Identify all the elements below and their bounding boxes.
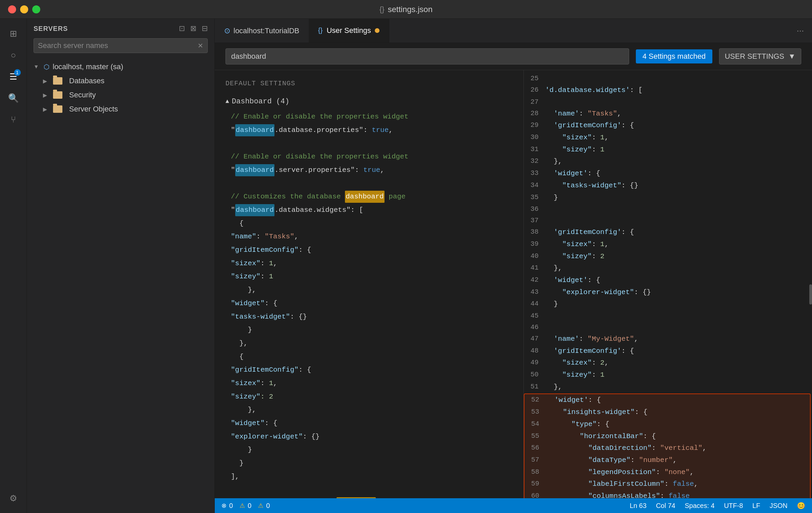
settings-matched-badge: 4 Settings matched bbox=[636, 49, 712, 63]
close-button[interactable] bbox=[8, 5, 16, 14]
code-line-explorer-widget: "explorer-widget": {} bbox=[220, 430, 518, 443]
unsaved-indicator bbox=[375, 28, 379, 33]
server-label: localhost, master (sa) bbox=[53, 62, 123, 71]
line-28: 28 'name': "Tasks", bbox=[524, 108, 812, 120]
status-warnings[interactable]: ⚠ 0 bbox=[239, 502, 251, 510]
line-39: 39 "sizex": 1, bbox=[524, 238, 812, 250]
more-tabs-button[interactable]: ··· bbox=[788, 19, 812, 43]
server-tab-label: localhost:TutorialDB bbox=[234, 27, 299, 35]
code-line-sizey-2: "sizey": 2 bbox=[220, 390, 518, 404]
search-input[interactable] bbox=[38, 41, 198, 50]
tab-bar: ⊙ localhost:TutorialDB {} User Settings … bbox=[215, 19, 812, 43]
editor-search-input[interactable] bbox=[226, 48, 629, 64]
git-icon[interactable]: ⑂ bbox=[4, 110, 23, 129]
line-43: 43 "explorer-widget": {} bbox=[524, 287, 812, 298]
status-line[interactable]: Ln 63 bbox=[630, 502, 646, 510]
tree-arrow-server: ▼ bbox=[34, 64, 40, 70]
scrollbar-thumb[interactable] bbox=[809, 285, 812, 304]
minimize-button[interactable] bbox=[20, 5, 28, 14]
section-header-dashboard[interactable]: ▲ Dashboard (4) bbox=[215, 93, 523, 110]
line-42: 42 'widget': { bbox=[524, 274, 812, 287]
editor-content: DEFAULT SETTINGS ▲ Dashboard (4) // Enab… bbox=[215, 70, 812, 498]
code-line-close-item-2: } bbox=[220, 457, 518, 470]
code-line-name-tasks: "name": "Tasks", bbox=[220, 230, 518, 243]
line-48: 48 'gridItemConfig': { bbox=[524, 345, 812, 357]
activity-bar: ⊞ ○ ☰ 1 🔍 ⑂ ⚙ bbox=[0, 19, 27, 513]
code-line-close-array-1: ], bbox=[220, 470, 518, 483]
line-44: 44 } bbox=[524, 298, 812, 310]
server-tab[interactable]: ⊙ localhost:TutorialDB bbox=[215, 19, 309, 43]
editor-right: 25 26 'd.database.widgets': [ 27 28 'nam… bbox=[523, 70, 812, 498]
tree-arrow-databases: ▶ bbox=[43, 78, 50, 84]
status-spaces[interactable]: Spaces: 4 bbox=[685, 502, 715, 510]
new-query-button[interactable]: ⊡ bbox=[179, 24, 185, 33]
editor-search-bar: 4 Settings matched USER SETTINGS ▼ bbox=[215, 43, 812, 70]
folder-icon-databases bbox=[53, 77, 62, 85]
servers-icon[interactable]: ⊞ bbox=[4, 24, 23, 43]
code-comment-3: // Customizes the database dashboard pag… bbox=[220, 190, 518, 204]
settings-dropdown[interactable]: USER SETTINGS ▼ bbox=[719, 48, 801, 64]
section-arrow-icon: ▲ bbox=[226, 97, 229, 106]
line-53: 53 "insights-widget": { bbox=[524, 406, 810, 418]
connections-icon[interactable]: ○ bbox=[4, 46, 23, 64]
code-line-close-item-1: }, bbox=[220, 337, 518, 350]
code-line-sizex-1: "sizex": 1, bbox=[220, 257, 518, 270]
line-58: 58 "legendPosition": "none", bbox=[524, 466, 810, 479]
code-blank-3 bbox=[220, 483, 518, 496]
code-line-sizey-1: "sizey": 1 bbox=[220, 270, 518, 284]
tree-arrow-server-objects: ▶ bbox=[43, 106, 50, 112]
settings-icon[interactable]: ⚙ bbox=[4, 489, 23, 508]
editor-tab-user-settings[interactable]: {} User Settings bbox=[309, 19, 389, 43]
explorer-icon[interactable]: ☰ 1 bbox=[4, 67, 23, 86]
status-info[interactable]: ⚠ 0 bbox=[258, 502, 270, 510]
line-33: 33 'widget': { bbox=[524, 167, 812, 180]
code-block-left: // Enable or disable the properties widg… bbox=[215, 110, 523, 498]
line-55: 55 "horizontalBar": { bbox=[524, 430, 810, 442]
info-icon: ⚠ bbox=[258, 502, 263, 509]
status-line-ending[interactable]: LF bbox=[752, 502, 760, 510]
section-label: Dashboard (4) bbox=[232, 96, 290, 107]
clear-search-button[interactable]: ✕ bbox=[198, 42, 203, 50]
search-icon[interactable]: 🔍 bbox=[4, 89, 23, 107]
code-line-db-widgets: "dashboard.database.widgets": [ bbox=[220, 204, 518, 217]
line-26: 26 'd.database.widgets': [ bbox=[524, 84, 812, 96]
server-objects-label: Server Objects bbox=[69, 105, 118, 113]
line-25: 25 bbox=[524, 73, 812, 84]
default-settings-label: DEFAULT SETTINGS bbox=[215, 76, 523, 93]
maximize-button[interactable] bbox=[32, 5, 40, 14]
code-blank-2 bbox=[220, 177, 518, 190]
code-line-gridconfig-1: "gridItemConfig": { bbox=[220, 243, 518, 257]
line-37: 37 bbox=[524, 215, 812, 226]
search-bar[interactable]: ✕ bbox=[34, 38, 208, 53]
status-col[interactable]: Col 74 bbox=[656, 502, 675, 510]
line-52: 52 'widget': { bbox=[524, 394, 810, 406]
sidebar-header: SERVERS ⊡ ⊠ ⊟ bbox=[27, 19, 214, 38]
line-54: 54 "type": { bbox=[524, 418, 810, 430]
collapse-button[interactable]: ⊟ bbox=[202, 24, 208, 33]
line-59: 59 "labelFirstColumn": false, bbox=[524, 478, 810, 490]
line-45: 45 bbox=[524, 310, 812, 322]
code-line-close-widget-2: } bbox=[220, 443, 518, 457]
code-comment-1: // Enable or disable the properties widg… bbox=[220, 110, 518, 124]
databases-label: Databases bbox=[69, 77, 104, 85]
status-errors[interactable]: ⊗ 0 bbox=[222, 502, 233, 510]
tree-item-server-objects[interactable]: ▶ Server Objects bbox=[27, 102, 214, 116]
highlight-block: 52 'widget': { 53 "insights-widget": { 5… bbox=[524, 394, 811, 498]
titlebar: {} settings.json bbox=[0, 0, 812, 19]
line-29: 29 'gridItemConfig': { bbox=[524, 119, 812, 132]
folder-icon-server-objects bbox=[53, 105, 62, 113]
tree-item-server[interactable]: ▼ ⬡ localhost, master (sa) bbox=[27, 60, 214, 74]
line-32: 32 }, bbox=[524, 156, 812, 167]
status-encoding[interactable]: UTF-8 bbox=[724, 502, 743, 510]
line-41: 41 }, bbox=[524, 262, 812, 274]
file-icon: {} bbox=[379, 5, 384, 14]
line-49: 49 "sizex": 2, bbox=[524, 357, 812, 369]
status-language[interactable]: JSON bbox=[770, 502, 787, 510]
code-line-db-props: "dashboard.database.properties": true, bbox=[220, 124, 518, 137]
line-47: 47 'name': "My-Widget", bbox=[524, 333, 812, 345]
tree-item-security[interactable]: ▶ Security bbox=[27, 88, 214, 102]
disconnect-button[interactable]: ⊠ bbox=[190, 24, 196, 33]
tree-item-databases[interactable]: ▶ Databases bbox=[27, 74, 214, 88]
folder-icon-security bbox=[53, 91, 62, 99]
editor-tab-label: User Settings bbox=[326, 26, 371, 35]
